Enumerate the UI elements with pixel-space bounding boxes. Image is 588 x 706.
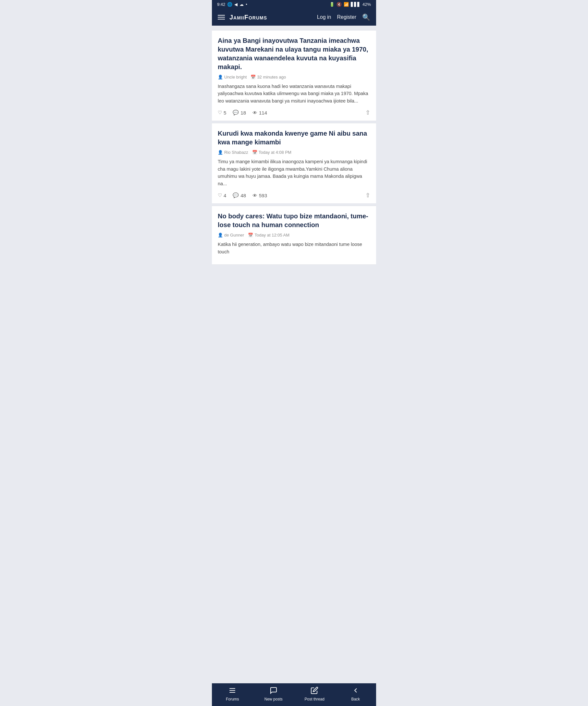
- calendar-icon-3: 📅: [248, 233, 253, 237]
- post-meta-2: 👤 Rio Shabazz 📅 Today at 4:08 PM: [218, 150, 370, 155]
- views-icon-2: 👁: [252, 193, 257, 198]
- post-card-2[interactable]: Kurudi kwa makonda kwenye game Ni aibu s…: [212, 123, 376, 204]
- navbar-right: Log in Register 🔍: [317, 13, 370, 21]
- post-author-1: 👤 Uncle bright: [218, 75, 247, 79]
- mute-icon: 🔇: [337, 2, 342, 7]
- post-excerpt-2: Timu ya mange kimambi ilikua inaongoza k…: [218, 158, 370, 187]
- post-stats-1: ♡ 5 💬 18 👁 114 ⇧: [218, 109, 370, 116]
- hamburger-menu[interactable]: [218, 15, 225, 19]
- new-posts-label: New posts: [265, 697, 283, 701]
- post-stats-2: ♡ 4 💬 48 👁 593 ⇧: [218, 192, 370, 199]
- comments-stat-2: 💬 48: [233, 192, 246, 198]
- login-link[interactable]: Log in: [317, 14, 331, 20]
- post-stats-left-2: ♡ 4 💬 48 👁 593: [218, 192, 267, 198]
- post-thread-icon: [311, 687, 318, 696]
- cloud-icon: ☁: [239, 2, 244, 7]
- time-label-3: Today at 12:05 AM: [254, 233, 289, 237]
- post-meta-1: 👤 Uncle bright 📅 32 minutes ago: [218, 75, 370, 79]
- wifi-icon: 📶: [344, 2, 349, 7]
- status-time: 9:42: [217, 2, 225, 7]
- status-bar: 9:42 🌐 ◀ ☁ • 🔋 🔇 📶 ▋▋▋ 42%: [212, 0, 376, 9]
- heart-icon-1: ♡: [218, 110, 222, 116]
- author-name-2: Rio Shabazz: [224, 150, 248, 155]
- navbar-left: JamiiForums: [218, 14, 267, 21]
- likes-count-2: 4: [224, 193, 226, 198]
- post-title-2[interactable]: Kurudi kwa makonda kwenye game Ni aibu s…: [218, 129, 370, 147]
- comments-count-2: 48: [240, 193, 246, 198]
- calendar-icon-1: 📅: [250, 75, 256, 79]
- content-area: Aina ya Bangi inayovutwa Tanzania imeach…: [212, 26, 376, 292]
- user-icon-3: 👤: [218, 233, 223, 237]
- post-author-3: 👤 de Gunner: [218, 233, 244, 237]
- svg-rect-0: [229, 688, 235, 689]
- new-posts-icon: [270, 687, 277, 696]
- views-count-1: 114: [259, 110, 267, 116]
- svg-rect-1: [229, 690, 235, 691]
- post-title-1[interactable]: Aina ya Bangi inayovutwa Tanzania imeach…: [218, 36, 370, 71]
- post-title-3[interactable]: No body cares: Watu tupo bize mtandaoni,…: [218, 212, 370, 229]
- views-icon-1: 👁: [252, 110, 257, 116]
- hamburger-line-3: [218, 19, 225, 19]
- bottom-nav-forums[interactable]: Forums: [212, 687, 253, 701]
- comments-stat-1: 💬 18: [233, 110, 246, 116]
- bottom-nav-new-posts[interactable]: New posts: [253, 687, 294, 701]
- forums-icon: [229, 687, 236, 696]
- navbar: JamiiForums Log in Register 🔍: [212, 9, 376, 26]
- post-stats-left-1: ♡ 5 💬 18 👁 114: [218, 110, 267, 116]
- likes-count-1: 5: [224, 110, 226, 116]
- post-excerpt-3: Katika hii generation, ambayo watu wapo …: [218, 241, 370, 256]
- post-meta-3: 👤 de Gunner 📅 Today at 12:05 AM: [218, 233, 370, 237]
- post-card-1[interactable]: Aina ya Bangi inayovutwa Tanzania imeach…: [212, 30, 376, 121]
- likes-stat-1: ♡ 5: [218, 110, 226, 116]
- back-icon: [352, 687, 359, 696]
- status-right: 🔋 🔇 📶 ▋▋▋ 42%: [329, 2, 371, 7]
- comment-icon-1: 💬: [233, 110, 239, 116]
- author-name-3: de Gunner: [224, 233, 244, 237]
- post-card-3[interactable]: No body cares: Watu tupo bize mtandaoni,…: [212, 206, 376, 265]
- post-time-2: 📅 Today at 4:08 PM: [252, 150, 291, 155]
- author-name-1: Uncle bright: [224, 75, 247, 79]
- status-left: 9:42 🌐 ◀ ☁ •: [217, 2, 247, 7]
- brand-name[interactable]: JamiiForums: [229, 14, 267, 21]
- views-stat-2: 👁 593: [252, 193, 267, 198]
- post-excerpt-1: Inashangaza sana kuona hadi leo watanzan…: [218, 83, 370, 105]
- comment-icon-2: 💬: [233, 192, 239, 198]
- signal-icon: ▋▋▋: [351, 2, 360, 7]
- bottom-nav: Forums New posts Post thread Back: [212, 683, 376, 706]
- bottom-nav-back[interactable]: Back: [335, 687, 377, 701]
- post-time-1: 📅 32 minutes ago: [250, 75, 286, 79]
- likes-stat-2: ♡ 4: [218, 192, 226, 198]
- share-icon-2[interactable]: ⇧: [365, 192, 370, 199]
- forums-label: Forums: [226, 697, 239, 701]
- back-label: Back: [351, 697, 360, 701]
- comments-count-1: 18: [240, 110, 246, 116]
- heart-icon-2: ♡: [218, 192, 222, 198]
- bottom-nav-post-thread[interactable]: Post thread: [294, 687, 335, 701]
- time-label-2: Today at 4:08 PM: [259, 150, 291, 155]
- svg-rect-2: [229, 692, 235, 693]
- views-count-2: 593: [259, 193, 267, 198]
- dot-icon: •: [246, 2, 247, 7]
- share-icon-1[interactable]: ⇧: [365, 109, 370, 116]
- post-author-2: 👤 Rio Shabazz: [218, 150, 248, 155]
- battery-percent: 42%: [362, 2, 371, 7]
- user-icon-1: 👤: [218, 75, 223, 79]
- calendar-icon-2: 📅: [252, 150, 257, 155]
- register-link[interactable]: Register: [337, 14, 356, 20]
- battery-icon: 🔋: [329, 2, 335, 7]
- search-icon[interactable]: 🔍: [362, 13, 370, 21]
- hamburger-line-2: [218, 17, 225, 17]
- user-icon-2: 👤: [218, 150, 223, 155]
- views-stat-1: 👁 114: [252, 110, 267, 116]
- hamburger-line-1: [218, 15, 225, 15]
- send-icon: ◀: [234, 2, 238, 7]
- post-thread-label: Post thread: [305, 697, 324, 701]
- time-label-1: 32 minutes ago: [257, 75, 286, 79]
- post-time-3: 📅 Today at 12:05 AM: [248, 233, 289, 237]
- globe-icon: 🌐: [227, 2, 232, 7]
